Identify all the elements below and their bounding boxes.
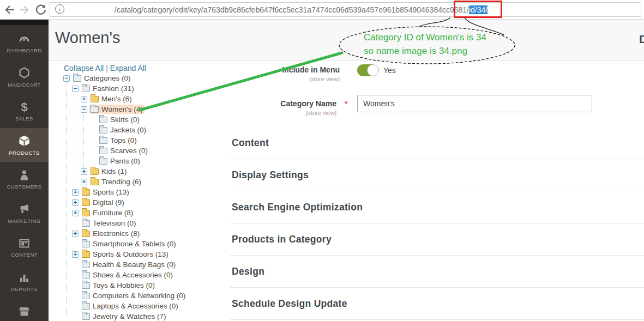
sidebar-item-customers[interactable]: CUSTOMERS (0, 162, 49, 196)
tree-node-sports-outdoors-13[interactable]: +Sports & Outdoors (13) (63, 249, 238, 259)
selected-node-body: Women's (4) (89, 105, 145, 114)
tree-node-sports-13[interactable]: +Sports (13) (63, 187, 238, 197)
magento-category-edit-page: i /catalog/category/edit/key/a763db9c86c… (0, 0, 644, 321)
section-label: Display Settings (230, 169, 309, 181)
category-name-input[interactable] (357, 95, 592, 112)
tree-node-categories-0[interactable]: −Categories (0) (63, 73, 238, 83)
folder-icon (82, 231, 90, 237)
browser-forward-button[interactable] (17, 3, 32, 17)
tree-node-scarves-0[interactable]: Scarves (0) (63, 146, 238, 156)
sidebar-item-magiccart[interactable]: MAGICCART (0, 60, 49, 94)
collapse-node-icon[interactable]: − (63, 75, 70, 82)
accordion-sections: ContentDisplay SettingsSearch Engine Opt… (230, 127, 644, 320)
page-info-icon[interactable]: i (55, 4, 64, 14)
section-display-settings[interactable]: Display Settings (230, 159, 644, 191)
folder-icon (82, 272, 90, 278)
expand-node-icon[interactable]: + (81, 168, 87, 175)
tree-node-label: Television (0) (93, 219, 136, 227)
expand-node-icon[interactable]: + (72, 231, 79, 237)
sidebar-item-stores[interactable]: STORES (0, 298, 49, 321)
browser-back-button[interactable] (2, 3, 16, 17)
url-id-red-box: id/34/ (469, 5, 487, 14)
folder-icon (99, 127, 107, 134)
tree-node-pants-0[interactable]: Pants (0) (63, 156, 238, 166)
tree-node-furniture-8[interactable]: +Furniture (8) (63, 208, 238, 218)
folder-icon (82, 241, 90, 247)
tree-node-label: Jewelry & Watches (7) (93, 312, 166, 320)
tree-node-toys-hobbies-0[interactable]: Toys & Hobbies (0) (63, 280, 238, 290)
tree-node-tops-0[interactable]: Tops (0) (63, 135, 238, 146)
tree-node-label: Computers & Networking (0) (93, 292, 185, 300)
section-products-in-category[interactable]: Products in Category (230, 223, 644, 256)
sales-icon: $ (18, 100, 31, 114)
clipped-header-button[interactable]: D (639, 33, 644, 46)
section-search-engine-optimization[interactable]: Search Engine Optimization (230, 191, 644, 223)
browser-refresh-button[interactable] (34, 3, 48, 17)
folder-icon (91, 96, 99, 102)
expand-node-icon[interactable]: + (72, 199, 79, 206)
tree-node-jackets-0[interactable]: Jackets (0) (63, 125, 238, 135)
include-in-menu-toggle[interactable] (357, 64, 378, 76)
tree-node-trending-6[interactable]: +Trending (6) (63, 177, 238, 187)
collapse-all-link[interactable]: Collapse All (64, 64, 104, 72)
tree-node-laptops-accessories-0[interactable]: Laptops & Accessories (0) (63, 301, 238, 311)
tree-node-label: Skirts (0) (110, 116, 140, 124)
section-schedule-design-update[interactable]: Schedule Design Update (230, 288, 644, 320)
content-icon (18, 236, 31, 250)
sidebar-item-marketing[interactable]: MARKETING (0, 196, 49, 231)
tree-node-label: Electronics (8) (93, 229, 140, 238)
tree-node-computers-networking-0[interactable]: Computers & Networking (0) (63, 290, 238, 301)
node-body: Jackets (0) (98, 125, 148, 135)
node-body: Digital (9) (80, 198, 126, 207)
tree-node-label: Men's (6) (101, 95, 132, 103)
sidebar-item-dashboard[interactable]: DASHBOARD (0, 26, 49, 60)
tree-node-skirts-0[interactable]: Skirts (0) (63, 114, 238, 125)
sidebar-item-label: CUSTOMERS (7, 184, 41, 190)
tree-node-jewelry-watches-7[interactable]: Jewelry & Watches (7) (63, 311, 238, 321)
collapse-node-icon[interactable]: − (81, 106, 87, 113)
tree-node-electronics-8[interactable]: +Electronics (8) (63, 228, 238, 239)
sidebar-item-label: SALES (15, 116, 33, 122)
sidebar-item-sales[interactable]: $SALES (0, 94, 49, 128)
include-in-menu-scope: [store view] (225, 76, 340, 82)
url-text[interactable]: /catalog/category/edit/key/a763db9c86cfe… (115, 2, 487, 17)
section-label: Schedule Design Update (230, 298, 347, 310)
sidebar-item-content[interactable]: CONTENT (0, 230, 49, 264)
tree-node-women-s-4[interactable]: −Women's (4) (63, 104, 238, 114)
tree-node-label: Tops (0) (110, 136, 137, 144)
expand-node-icon[interactable]: + (72, 189, 79, 196)
tree-node-men-s-6[interactable]: +Men's (6) (63, 94, 238, 104)
tree-node-smartphone-tablets-0[interactable]: Smartphone & Tablets (0) (63, 239, 238, 249)
toggle-knob (367, 64, 379, 76)
expand-node-icon[interactable]: + (81, 96, 87, 102)
tree-node-health-beauty-bags-0[interactable]: Health & Beauty Bags (0) (63, 259, 238, 270)
tree-node-label: Sports & Outdoors (13) (93, 250, 168, 258)
browser-toolbar: i /catalog/category/edit/key/a763db9c86c… (0, 0, 644, 20)
admin-sidebar: DASHBOARDMAGICCART$SALESPRODUCTSCUSTOMER… (0, 20, 49, 321)
url-id-selected-text: id/34/ (469, 5, 487, 14)
node-body: Jewelry & Watches (7) (80, 312, 168, 321)
tree-node-label: Furniture (8) (93, 209, 133, 217)
marketing-icon (18, 202, 31, 216)
section-design[interactable]: Design (230, 256, 644, 288)
sidebar-item-reports[interactable]: REPORTS (0, 264, 49, 299)
folder-icon (82, 199, 90, 206)
forward-arrow-icon (20, 6, 28, 14)
node-body: Television (0) (80, 219, 138, 228)
tree-node-television-0[interactable]: Television (0) (63, 218, 238, 228)
tree-node-kids-1[interactable]: +Kids (1) (63, 166, 238, 177)
section-content[interactable]: Content (230, 127, 644, 159)
sidebar-item-label: CONTENT (11, 252, 38, 258)
tree-node-label: Categories (0) (84, 74, 131, 82)
annotation-text-line1: Category ID of Women's is 34 (364, 32, 486, 43)
tree-node-fashion-31[interactable]: −Fashion (31) (63, 83, 238, 94)
expand-all-link[interactable]: Expand All (110, 64, 146, 72)
tree-node-shoes-accessories-0[interactable]: Shoes & Accessories (0) (63, 270, 238, 280)
collapse-node-icon[interactable]: − (72, 86, 79, 92)
sidebar-item-products[interactable]: PRODUCTS (0, 128, 49, 162)
expand-node-icon[interactable]: + (72, 251, 79, 258)
tree-node-digital-9[interactable]: +Digital (9) (63, 197, 238, 208)
expand-node-icon[interactable]: + (81, 179, 87, 185)
reports-icon (18, 270, 31, 284)
expand-node-icon[interactable]: + (72, 210, 79, 216)
